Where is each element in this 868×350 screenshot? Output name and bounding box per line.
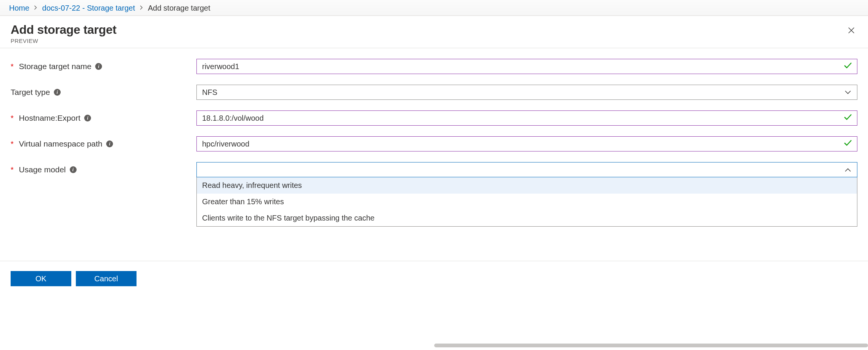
label-text: Hostname:Export <box>19 114 80 123</box>
row-hostname-export: Hostname:Export i <box>11 110 857 126</box>
form-body: Storage target name i Target type i NFS … <box>0 48 868 177</box>
hostname-export-input[interactable] <box>196 110 857 126</box>
row-storage-target-name: Storage target name i <box>11 59 857 74</box>
scrollbar-thumb[interactable] <box>434 344 868 347</box>
cancel-button[interactable]: Cancel <box>76 271 137 286</box>
info-icon[interactable]: i <box>95 63 102 70</box>
page-title: Add storage target <box>11 23 857 37</box>
ok-button[interactable]: OK <box>11 271 71 286</box>
row-usage-model: Usage model i Read heavy, infrequent wri… <box>11 162 857 177</box>
breadcrumb-current: Add storage target <box>148 4 210 13</box>
usage-model-select[interactable] <box>196 162 857 177</box>
usage-model-option[interactable]: Greater than 15% writes <box>197 194 857 210</box>
usage-model-option[interactable]: Read heavy, infrequent writes <box>197 177 857 194</box>
breadcrumb-resource[interactable]: docs-07-22 - Storage target <box>42 4 135 13</box>
breadcrumb: Home docs-07-22 - Storage target Add sto… <box>0 0 868 16</box>
label-text: Target type <box>11 88 50 97</box>
field-virtual-namespace-path <box>196 136 857 151</box>
breadcrumb-separator <box>34 4 38 12</box>
usage-model-option[interactable]: Clients write to the NFS target bypassin… <box>197 210 857 226</box>
usage-model-dropdown: Read heavy, infrequent writes Greater th… <box>196 177 857 227</box>
label-text: Usage model <box>19 165 66 174</box>
breadcrumb-home[interactable]: Home <box>9 4 29 13</box>
info-icon[interactable]: i <box>84 115 91 121</box>
field-target-type: NFS <box>196 85 857 100</box>
storage-target-name-input[interactable] <box>196 59 857 74</box>
target-type-value: NFS <box>202 88 217 97</box>
field-usage-model: Read heavy, infrequent writes Greater th… <box>196 162 857 177</box>
breadcrumb-separator <box>140 4 143 12</box>
virtual-namespace-path-input[interactable] <box>196 136 857 151</box>
panel-header: Add storage target PREVIEW <box>0 16 868 48</box>
label-virtual-namespace-path: Virtual namespace path i <box>11 139 196 148</box>
info-icon[interactable]: i <box>54 89 61 96</box>
label-hostname-export: Hostname:Export i <box>11 114 196 123</box>
label-text: Virtual namespace path <box>19 139 102 148</box>
field-hostname-export <box>196 110 857 126</box>
horizontal-scrollbar[interactable] <box>0 342 868 348</box>
label-target-type: Target type i <box>11 88 196 97</box>
footer: OK Cancel <box>0 261 868 301</box>
close-icon <box>848 26 855 35</box>
info-icon[interactable]: i <box>106 140 113 147</box>
label-storage-target-name: Storage target name i <box>11 62 196 71</box>
target-type-select[interactable]: NFS <box>196 85 857 100</box>
row-virtual-namespace-path: Virtual namespace path i <box>11 136 857 151</box>
label-usage-model: Usage model i <box>11 165 196 174</box>
row-target-type: Target type i NFS <box>11 85 857 100</box>
page-subtitle: PREVIEW <box>11 38 857 44</box>
label-text: Storage target name <box>19 62 91 71</box>
field-storage-target-name <box>196 59 857 74</box>
close-button[interactable] <box>845 24 857 36</box>
info-icon[interactable]: i <box>70 166 77 173</box>
